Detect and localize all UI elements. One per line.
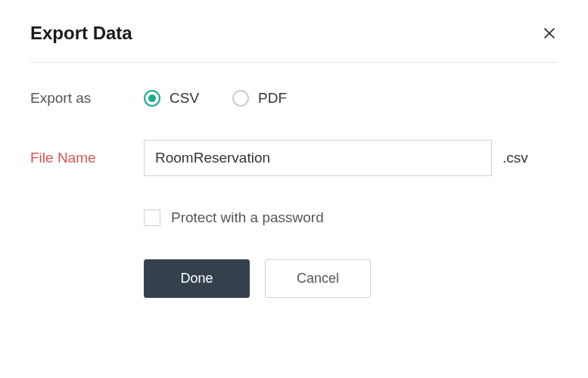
dialog-header: Export Data — [30, 23, 558, 63]
protect-password-checkbox[interactable]: Protect with a password — [144, 209, 558, 226]
file-extension-label: .csv — [502, 150, 528, 166]
export-as-label-col: Export as — [30, 90, 144, 107]
file-name-label-col: File Name — [30, 150, 144, 166]
file-name-field: .csv — [144, 140, 558, 176]
dialog-title: Export Data — [30, 23, 132, 44]
file-name-row: File Name .csv — [30, 140, 558, 176]
close-button[interactable] — [541, 25, 558, 42]
file-name-label: File Name — [30, 150, 96, 166]
cancel-button[interactable]: Cancel — [265, 259, 371, 298]
export-as-label: Export as — [30, 90, 91, 106]
export-format-radio-group: CSV PDF — [144, 90, 287, 107]
close-icon — [541, 25, 558, 42]
radio-circle-icon — [232, 90, 249, 107]
radio-pdf-label: PDF — [258, 90, 287, 107]
file-name-input[interactable] — [144, 140, 492, 176]
radio-dot-icon — [148, 94, 156, 102]
export-as-field: CSV PDF — [144, 90, 558, 107]
protect-password-label: Protect with a password — [171, 209, 324, 226]
radio-csv[interactable]: CSV — [144, 90, 199, 107]
done-button[interactable]: Done — [144, 259, 250, 298]
radio-pdf[interactable]: PDF — [232, 90, 287, 107]
dialog-actions: Done Cancel — [144, 259, 558, 298]
radio-circle-selected-icon — [144, 90, 160, 107]
radio-csv-label: CSV — [170, 90, 199, 107]
checkbox-icon — [144, 209, 160, 226]
export-as-row: Export as CSV PDF — [30, 90, 558, 107]
